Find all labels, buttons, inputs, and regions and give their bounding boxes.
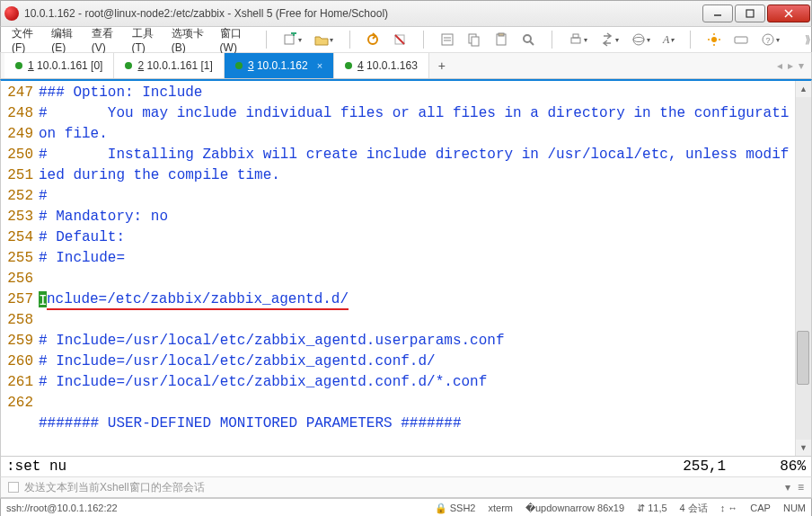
svg-rect-10 bbox=[442, 34, 453, 45]
scroll-up-icon[interactable]: ▲ bbox=[796, 81, 811, 97]
window-controls bbox=[702, 4, 810, 22]
svg-point-22 bbox=[633, 38, 644, 42]
sun-icon[interactable] bbox=[707, 32, 721, 47]
status-dot-icon bbox=[125, 62, 132, 69]
vertical-scrollbar[interactable]: ▲ ▼ bbox=[795, 81, 811, 456]
tab-scroll-right-icon[interactable]: ▸ bbox=[788, 59, 793, 72]
status-fontpt: 11,5 bbox=[648, 503, 666, 513]
svg-rect-20 bbox=[573, 34, 578, 38]
session-tab-2[interactable]: 2 10.0.1.161 [1] bbox=[114, 53, 224, 78]
scrollbar-thumb[interactable] bbox=[797, 331, 809, 385]
svg-point-17 bbox=[524, 35, 531, 42]
tab-scroll-left-icon[interactable]: ◂ bbox=[777, 59, 782, 72]
status-dot-icon bbox=[15, 62, 22, 69]
svg-rect-1 bbox=[746, 10, 754, 17]
add-tab-button[interactable]: + bbox=[429, 53, 455, 78]
lock-icon: 🔒 bbox=[435, 503, 447, 513]
session-tab-3[interactable]: 3 10.0.1.162 × bbox=[225, 53, 334, 78]
session-tab-4[interactable]: 4 10.0.1.163 bbox=[334, 53, 429, 78]
divider bbox=[266, 31, 267, 49]
font-icon[interactable]: A▾ bbox=[663, 33, 674, 47]
status-dot-icon bbox=[345, 62, 352, 69]
status-num: NUM bbox=[783, 503, 806, 513]
terminal-pane[interactable]: 2472482492502512522532542552562572582592… bbox=[0, 79, 812, 457]
statusbar: ssh://root@10.0.1.162:22 🔒 SSH2 xterm �u… bbox=[0, 498, 812, 516]
svg-line-18 bbox=[530, 41, 534, 45]
minimize-button[interactable] bbox=[702, 4, 733, 22]
menu-view[interactable]: 查看(V) bbox=[92, 26, 119, 54]
cursor-position: 255,1 bbox=[683, 458, 726, 475]
svg-rect-19 bbox=[571, 38, 580, 43]
find-icon[interactable] bbox=[521, 32, 535, 47]
scroll-down-icon[interactable]: ▼ bbox=[796, 440, 811, 456]
line-number-gutter: 2472482492502512522532542552562572582592… bbox=[1, 81, 39, 456]
maximize-button[interactable] bbox=[735, 4, 765, 22]
divider bbox=[423, 31, 424, 49]
properties-icon[interactable] bbox=[440, 32, 455, 47]
status-termsize: 86x19 bbox=[597, 503, 624, 513]
session-tab-1[interactable]: 1 10.0.1.161 [0] bbox=[4, 53, 114, 78]
menu-window[interactable]: 窗口(W) bbox=[220, 26, 250, 54]
terminal-text[interactable]: ### Option: Include# You may include ind… bbox=[39, 81, 795, 456]
globe-icon[interactable]: ▾ bbox=[631, 32, 650, 47]
svg-line-9 bbox=[395, 35, 404, 44]
close-tab-icon[interactable]: × bbox=[317, 60, 322, 71]
svg-text:?: ? bbox=[766, 36, 771, 45]
app-icon bbox=[4, 6, 19, 21]
transfer-icon[interactable]: ▾ bbox=[600, 32, 619, 47]
svg-point-21 bbox=[633, 34, 644, 45]
svg-rect-14 bbox=[472, 37, 479, 46]
window-title: 10.0.1.162 - root@linux-node2:/etc/zabbi… bbox=[24, 7, 702, 20]
close-button[interactable] bbox=[767, 4, 810, 22]
broadcast-checkbox[interactable] bbox=[8, 482, 19, 493]
menu-file[interactable]: 文件(F) bbox=[12, 26, 39, 54]
copy-icon[interactable] bbox=[467, 32, 481, 47]
tab-menu-icon[interactable]: ▾ bbox=[799, 59, 804, 72]
svg-rect-28 bbox=[735, 37, 747, 43]
menu-tools[interactable]: 工具(T) bbox=[132, 26, 159, 54]
session-tabstrip: 1 10.0.1.161 [0] 2 10.0.1.161 [1] 3 10.0… bbox=[0, 52, 812, 79]
svg-point-23 bbox=[711, 37, 717, 42]
disconnect-icon[interactable] bbox=[393, 32, 407, 47]
keyboard-icon[interactable] bbox=[734, 32, 748, 47]
broadcast-bar: 发送文本到当前Xshell窗口的全部会话 ▾ ≡ bbox=[0, 476, 812, 498]
divider bbox=[690, 31, 691, 49]
scroll-percent: 86% bbox=[780, 458, 806, 475]
status-caps: CAP bbox=[750, 503, 771, 513]
broadcast-menu-icon[interactable]: ▾ bbox=[785, 481, 790, 494]
menubar: 文件(F) 编辑(E) 查看(V) 工具(T) 选项卡(B) 窗口(W) ▾ ▾… bbox=[0, 27, 812, 52]
status-protocol: SSH2 bbox=[450, 503, 476, 513]
new-tab-icon[interactable]: ▾ bbox=[283, 32, 302, 47]
help-icon[interactable]: ?▾ bbox=[761, 32, 780, 47]
divider bbox=[552, 31, 552, 49]
toolbar-overflow-icon[interactable]: ⟫ bbox=[805, 33, 811, 46]
menu-edit[interactable]: 编辑(E) bbox=[51, 26, 79, 54]
vim-command: :set nu bbox=[6, 458, 66, 475]
vim-command-line: :set nu 255,1 86% bbox=[0, 457, 812, 476]
status-term: xterm bbox=[489, 503, 514, 513]
status-sessions: 4 会话 bbox=[680, 502, 708, 515]
svg-rect-4 bbox=[285, 35, 294, 44]
status-connection: ssh://root@10.0.1.162:22 bbox=[6, 503, 422, 513]
open-icon[interactable]: ▾ bbox=[314, 32, 333, 47]
status-dot-icon bbox=[235, 62, 243, 69]
menu-tabs[interactable]: 选项卡(B) bbox=[172, 26, 207, 54]
reconnect-icon[interactable] bbox=[366, 32, 380, 47]
divider bbox=[349, 31, 350, 49]
broadcast-more-icon[interactable]: ≡ bbox=[798, 481, 804, 494]
svg-rect-16 bbox=[499, 33, 504, 36]
print-icon[interactable]: ▾ bbox=[569, 32, 587, 47]
window-titlebar: 10.0.1.162 - root@linux-node2:/etc/zabbi… bbox=[0, 0, 812, 27]
paste-icon[interactable] bbox=[494, 32, 508, 47]
broadcast-label: 发送文本到当前Xshell窗口的全部会话 bbox=[24, 480, 205, 495]
